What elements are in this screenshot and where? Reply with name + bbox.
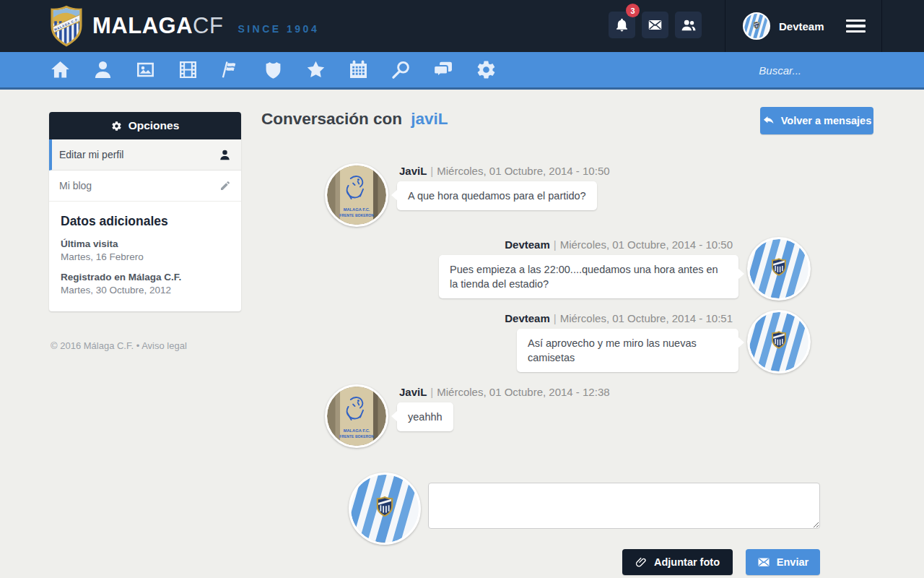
avatar-image: [744, 14, 769, 38]
brand-tagline: SINCE 1904: [237, 23, 319, 35]
brand-title-bold: MALAGA: [92, 13, 193, 39]
separator: |: [430, 386, 433, 398]
nav-icon-row: [50, 52, 497, 87]
field-value: Martes, 30 Octubre, 2012: [61, 285, 230, 296]
nav-shield-icon[interactable]: [263, 59, 284, 80]
message-date: Miércoles, 01 Octubre, 2014 - 10:50: [437, 165, 609, 177]
user-icon: [219, 149, 231, 161]
sidebar-options-header: Opciones: [49, 112, 241, 139]
message-bubble: A que hora quedamos para el partido?: [397, 181, 597, 210]
field-label: Última visita: [61, 238, 230, 249]
brand[interactable]: MALAGA CF SINCE 1904: [92, 0, 319, 52]
message-avatar-javil[interactable]: [325, 384, 388, 448]
message-header: JaviL|Miércoles, 01 Octubre, 2014 - 10:5…: [399, 165, 610, 177]
field-value: Martes, 16 Febrero: [61, 251, 230, 262]
title-username[interactable]: javiL: [411, 110, 448, 128]
envelope-icon: [757, 556, 770, 569]
additional-data-title: Datos adicionales: [61, 214, 230, 229]
message-bubble: Así aprovecho y me miro las nuevas camis…: [517, 329, 738, 372]
paperclip-icon: [635, 556, 648, 569]
nav-photos-icon[interactable]: [135, 59, 156, 80]
club-logo[interactable]: [49, 5, 84, 48]
attach-button-label: Adjuntar foto: [654, 556, 720, 568]
message-header: Devteam|Miércoles, 01 Octubre, 2014 - 10…: [439, 238, 733, 251]
send-button-label: Enviar: [777, 556, 808, 568]
page: MALAGA CF SINCE 1904 3 Devteam: [0, 0, 924, 578]
friends-button[interactable]: [675, 12, 702, 38]
main-nav: [0, 52, 924, 90]
legal-link[interactable]: Aviso legal: [141, 340, 187, 351]
header-user-name[interactable]: Devteam: [779, 20, 824, 33]
page-title: Conversación con javiL: [261, 110, 448, 129]
back-button-label: Volver a mensajes: [781, 115, 871, 126]
notifications-badge: 3: [626, 4, 640, 17]
nav-calendar-icon[interactable]: [348, 59, 369, 80]
gear-icon: [111, 121, 122, 131]
message-header: JaviL|Miércoles, 01 Octubre, 2014 - 12:3…: [399, 386, 610, 398]
users-icon: [681, 17, 697, 33]
nav-home-icon[interactable]: [50, 59, 71, 80]
nav-search-icon[interactable]: [391, 59, 411, 80]
message-author[interactable]: Devteam: [505, 312, 550, 324]
copyright-text: © 2016 Málaga C.F.: [51, 340, 134, 351]
sidebar: Opciones Editar mi perfil Mi blog Datos …: [49, 112, 241, 311]
message-header: Devteam|Miércoles, 01 Octubre, 2014 - 10…: [439, 312, 733, 324]
avatar-image: [327, 387, 386, 446]
header-user-avatar[interactable]: [743, 12, 770, 40]
avatar-image: [749, 312, 808, 371]
bell-icon: [614, 17, 629, 33]
sidebar-item-edit-profile[interactable]: Editar mi perfil: [49, 139, 241, 171]
sidebar-item-label: Editar mi perfil: [59, 149, 123, 160]
message-bubble: Pues empieza a las 22:00....quedamos una…: [439, 255, 738, 298]
message-date: Miércoles, 01 Octubre, 2014 - 12:38: [437, 386, 609, 398]
separator: |: [554, 238, 557, 251]
sidebar-footer: © 2016 Málaga C.F. • Aviso legal: [51, 340, 187, 351]
nav-film-icon[interactable]: [178, 59, 199, 80]
brand-title-light: CF: [193, 13, 223, 39]
footer-separator: •: [136, 340, 140, 351]
separator: |: [430, 165, 433, 177]
reply-arrow-icon: [762, 115, 775, 127]
avatar-image: [351, 475, 419, 543]
message-date: Miércoles, 01 Octubre, 2014 - 10:51: [560, 312, 733, 324]
message-author[interactable]: JaviL: [399, 165, 427, 177]
message-input[interactable]: [428, 483, 820, 529]
message-author[interactable]: JaviL: [399, 386, 427, 398]
message-avatar-devteam[interactable]: [747, 237, 811, 301]
message-author[interactable]: Devteam: [505, 238, 550, 251]
envelope-icon: [648, 17, 663, 33]
sidebar-additional-data: Datos adicionales Última visita Martes, …: [49, 202, 241, 311]
top-header: MALAGA CF SINCE 1904 3 Devteam: [0, 0, 924, 52]
separator: |: [554, 312, 557, 324]
attach-photo-button[interactable]: Adjuntar foto: [622, 549, 733, 575]
avatar-image: [327, 165, 386, 225]
message-avatar-javil[interactable]: [325, 163, 388, 227]
back-to-messages-button[interactable]: Volver a mensajes: [760, 107, 873, 134]
nav-chat-icon[interactable]: [433, 59, 454, 80]
title-prefix: Conversación con: [261, 110, 402, 128]
sidebar-item-my-blog[interactable]: Mi blog: [49, 171, 241, 202]
message-avatar-devteam[interactable]: [747, 310, 811, 374]
messages-button[interactable]: [642, 12, 668, 38]
send-button[interactable]: Enviar: [746, 549, 820, 575]
hamburger-icon[interactable]: [846, 17, 866, 36]
sidebar-options-title: Opciones: [128, 119, 180, 132]
nav-gear-icon[interactable]: [476, 59, 497, 80]
user-section: Devteam: [725, 0, 882, 52]
field-label: Registrado en Málaga C.F.: [61, 272, 230, 282]
sidebar-item-label: Mi blog: [59, 180, 92, 191]
message-bubble: yeahhh: [397, 402, 453, 431]
avatar-image: [749, 239, 808, 298]
search-input[interactable]: [642, 61, 801, 79]
nav-star-icon[interactable]: [305, 59, 326, 80]
nav-user-icon[interactable]: [92, 59, 113, 80]
message-date: Miércoles, 01 Octubre, 2014 - 10:50: [560, 238, 733, 251]
compose-avatar-devteam[interactable]: [349, 473, 421, 545]
pencil-icon: [219, 180, 231, 191]
nav-flags-icon[interactable]: [220, 59, 241, 80]
club-crest-icon: [49, 5, 84, 48]
